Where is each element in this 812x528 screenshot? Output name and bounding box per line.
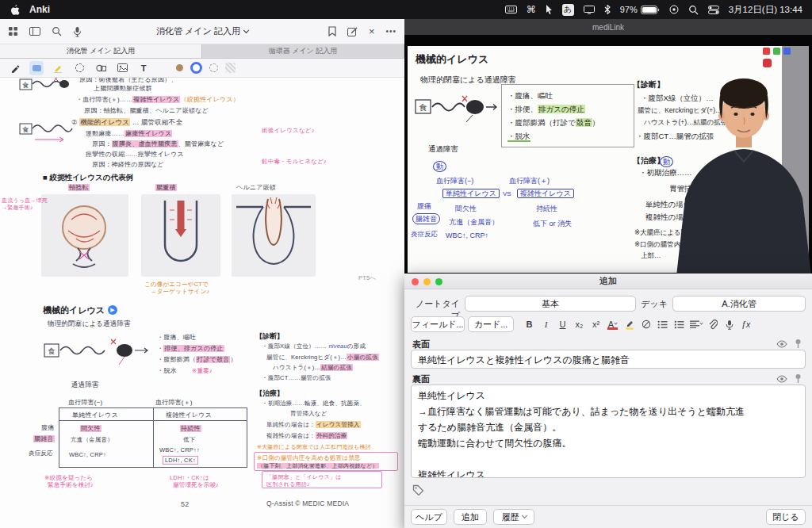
dx-header: 【診断】: [255, 331, 284, 342]
tx-line: 複雑性の場合は：外科的治療: [266, 432, 347, 440]
video-frame[interactable]: 機械的イレウス 物理的閉塞による通過障害 食 通過障害 ・腹痛、嘔吐 ・排便、排…: [404, 35, 812, 283]
pattern-swatch[interactable]: [225, 63, 236, 73]
note-line: 原因：腹膜炎、虚血性腸疾患、腸管麻痺など: [92, 140, 224, 148]
text-tool-icon[interactable]: T: [136, 61, 151, 75]
color-swatch-brown[interactable]: [176, 64, 183, 71]
ordered-list-button[interactable]: [672, 317, 687, 331]
microphone-icon[interactable]: [73, 25, 82, 38]
thumbnails-icon[interactable]: [8, 25, 18, 38]
superscript-button[interactable]: x²: [588, 317, 603, 331]
close-traffic-light[interactable]: [412, 278, 419, 285]
table-col-header: 複雑性イレウス: [166, 411, 212, 419]
figure-intussusception: [141, 194, 220, 277]
close-button[interactable]: 閉じる: [766, 509, 806, 525]
minimize-traffic-light[interactable]: [423, 278, 431, 285]
cards-button[interactable]: カード...: [468, 316, 514, 332]
eye-icon[interactable]: [776, 340, 787, 348]
input-source-icon[interactable]: あ: [562, 4, 574, 16]
color-swatch-custom[interactable]: [209, 63, 218, 72]
zoom-traffic-light[interactable]: [435, 278, 442, 285]
battery-status[interactable]: 97%: [620, 5, 660, 14]
note-text: （腸下剤、上部消化管造影、上部内視鏡など）: [257, 463, 379, 469]
record-audio-icon[interactable]: [722, 317, 737, 331]
credit-text: Q-Assist © MEDIC MEDIA: [266, 499, 349, 507]
pin-icon[interactable]: [794, 373, 802, 384]
highlighter-tool-icon[interactable]: [51, 61, 65, 75]
note-text: 間欠性: [80, 425, 102, 432]
pin-icon[interactable]: [794, 339, 802, 349]
highlight-color-button[interactable]: [622, 317, 637, 331]
front-field-input[interactable]: 単純性イレウスと複雑性イレウスの腹痛と腸雑音: [411, 350, 806, 369]
annotation-color-blue[interactable]: [783, 48, 791, 55]
video-titlebar[interactable]: mediLink: [404, 19, 812, 35]
svg-text:食: 食: [22, 126, 29, 133]
screen-record-icon[interactable]: [669, 3, 679, 16]
anki-titlebar[interactable]: 追加: [404, 274, 812, 289]
table-row-label: 炎症反応: [29, 450, 53, 457]
bookmark-icon[interactable]: [328, 25, 336, 38]
align-button[interactable]: [688, 317, 703, 331]
remove-format-button[interactable]: [638, 317, 653, 331]
subscript-button[interactable]: x₂: [572, 317, 587, 331]
battery-icon: [641, 6, 660, 14]
close-split-icon[interactable]: ×: [369, 25, 375, 38]
back-field-input[interactable]: 単純性イレウス →血行障害なく腸管運動は可能であり、詰まった物を送り出そうと蠕動…: [411, 385, 806, 478]
annotation-tool-button[interactable]: [763, 59, 772, 67]
note-text: 運動麻痺……: [86, 130, 124, 137]
active-app-name[interactable]: Anki: [29, 4, 50, 15]
fields-button[interactable]: フィールド...: [411, 316, 465, 332]
annotation-color-red[interactable]: [763, 48, 770, 55]
note-text: ・排便、: [508, 105, 538, 113]
add-button[interactable]: 追加: [454, 509, 487, 525]
sidebar-icon[interactable]: [29, 25, 40, 38]
note-text: 原因：: [92, 140, 112, 147]
deck-button[interactable]: A.消化管: [672, 296, 806, 312]
control-center-icon[interactable]: [708, 3, 719, 16]
symptom-box: ・腹痛、嘔吐 ・排便、排ガスの停止 ・腹部膨満（打診で鼓音） ・脱水: [501, 84, 634, 147]
table-cell: 間欠性: [80, 424, 102, 433]
compose-icon[interactable]: [347, 25, 358, 38]
tags-icon[interactable]: [412, 484, 424, 495]
image-tool-icon[interactable]: [115, 61, 129, 75]
note-text: ②: [71, 118, 79, 126]
search-icon[interactable]: [688, 3, 699, 16]
pen-tool-icon[interactable]: [8, 61, 22, 75]
more-icon[interactable]: •••: [385, 25, 396, 38]
play-icon[interactable]: ▶: [108, 305, 117, 315]
table-cell: WBC↑, CRP↑↑: [159, 446, 200, 453]
eraser-tool-icon[interactable]: [29, 61, 44, 75]
italic-button[interactable]: I: [538, 317, 553, 331]
front-field-value: 単純性イレウスと複雑性イレウスの腹痛と腸雑音: [412, 350, 805, 369]
command-icon[interactable]: ⌘: [527, 3, 536, 16]
lasso-tool-icon[interactable]: [72, 61, 86, 75]
tab-digestive[interactable]: 消化管 メイン 記入用: [0, 44, 202, 58]
menu-clock[interactable]: 3月12日(日) 13:44: [729, 4, 802, 16]
equation-button[interactable]: ƒx: [738, 317, 753, 331]
unordered-list-button[interactable]: [655, 317, 670, 331]
history-button[interactable]: 履歴: [493, 509, 534, 525]
help-button[interactable]: ヘルプ: [411, 509, 447, 525]
display-icon[interactable]: [584, 3, 595, 16]
symptom-line: ・排便、排ガスの停止: [508, 102, 628, 116]
keyboard-icon[interactable]: [505, 3, 517, 16]
note-canvas[interactable]: 食 食 原因：術後癒着（主たる原因）、 上腸間膜動脈症候群 ・血行障害(＋)………: [0, 78, 404, 528]
pointer-icon[interactable]: [546, 3, 553, 16]
apple-menu-icon[interactable]: [10, 3, 20, 16]
annotation-color-green[interactable]: [773, 48, 780, 55]
bluetooth-icon[interactable]: [604, 3, 611, 16]
eye-icon[interactable]: [776, 375, 787, 383]
search-icon[interactable]: [52, 25, 62, 38]
bold-button[interactable]: B: [522, 317, 537, 331]
tab-circulatory[interactable]: 循環器 メイン 記入用: [202, 44, 404, 58]
attachment-icon[interactable]: [705, 317, 720, 331]
note-type-button[interactable]: 基本: [465, 296, 636, 312]
document-title[interactable]: 消化管 メイン 記入用: [95, 19, 309, 44]
underline-button[interactable]: U: [555, 317, 570, 331]
shapes-tool-icon[interactable]: [94, 61, 108, 75]
handwritten-annotation: 区別される用語♪: [266, 480, 310, 488]
note-text: ）: [592, 118, 600, 127]
color-swatch-blue-selected[interactable]: [190, 62, 202, 74]
text-color-button[interactable]: A: [605, 317, 620, 331]
note-text: 腸雑音: [33, 435, 55, 442]
mini-bowel-diagram: 食: [19, 119, 75, 154]
